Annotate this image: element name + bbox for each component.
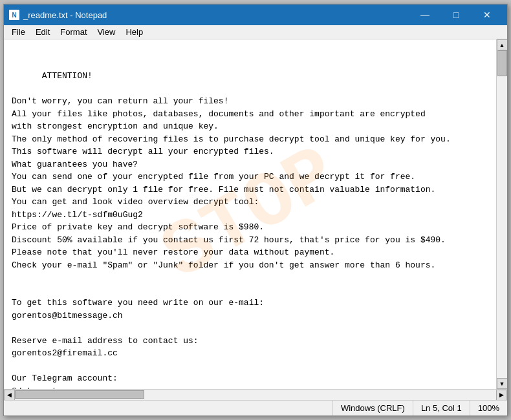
menu-file[interactable]: File xyxy=(6,26,30,38)
status-bar: Windows (CRLF) Ln 5, Col 1 100% xyxy=(4,400,507,415)
notepad-window: N _readme.txt - Notepad — □ ✕ File Edit … xyxy=(3,4,508,416)
title-bar: N _readme.txt - Notepad — □ ✕ xyxy=(4,5,507,25)
status-empty xyxy=(4,401,333,415)
scroll-thumb-vertical[interactable] xyxy=(497,50,507,76)
close-button[interactable]: ✕ xyxy=(472,6,502,24)
editor-content: ATTENTION! Don't worry, you can return a… xyxy=(12,71,451,389)
content-area: STOP ATTENTION! Don't worry, you can ret… xyxy=(4,39,507,389)
window-controls: — □ ✕ xyxy=(410,6,502,24)
scroll-right-arrow[interactable]: ▶ xyxy=(496,390,507,401)
status-position: Ln 5, Col 1 xyxy=(413,401,470,415)
minimize-button[interactable]: — xyxy=(410,6,440,24)
horizontal-scrollbar[interactable]: ◀ ▶ xyxy=(4,389,507,400)
menu-bar: File Edit Format View Help xyxy=(4,25,507,39)
menu-help[interactable]: Help xyxy=(120,26,148,38)
app-icon: N xyxy=(9,10,19,20)
menu-view[interactable]: View xyxy=(92,26,121,38)
window-title: _readme.txt - Notepad xyxy=(23,10,410,20)
maximize-button[interactable]: □ xyxy=(441,6,471,24)
status-zoom: 100% xyxy=(470,401,507,415)
scroll-track-vertical[interactable] xyxy=(497,50,507,378)
menu-edit[interactable]: Edit xyxy=(30,26,55,38)
scroll-track-horizontal[interactable] xyxy=(15,390,496,400)
text-editor[interactable]: STOP ATTENTION! Don't worry, you can ret… xyxy=(4,39,496,389)
status-encoding: Windows (CRLF) xyxy=(333,401,413,415)
vertical-scrollbar[interactable]: ▲ ▼ xyxy=(496,39,507,389)
scroll-left-arrow[interactable]: ◀ xyxy=(4,390,15,401)
scroll-down-arrow[interactable]: ▼ xyxy=(497,378,508,389)
menu-format[interactable]: Format xyxy=(55,26,92,38)
scroll-thumb-horizontal[interactable] xyxy=(15,390,144,399)
scroll-up-arrow[interactable]: ▲ xyxy=(497,39,508,50)
